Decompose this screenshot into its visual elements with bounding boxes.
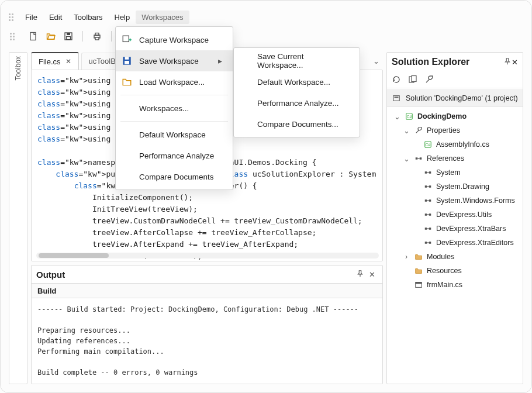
label: Default Workspace xyxy=(139,130,222,139)
save-icon[interactable] xyxy=(64,32,73,41)
h-scrollbar[interactable] xyxy=(36,253,379,258)
smi-save-current[interactable]: Save Current Workspace... xyxy=(234,50,360,71)
svg-rect-31 xyxy=(425,227,427,230)
output-title: Output xyxy=(36,270,354,280)
chevron-icon[interactable]: ⌄ xyxy=(393,112,401,121)
smi-compare[interactable]: Compare Documents... xyxy=(234,113,360,135)
label: Workspaces... xyxy=(139,104,222,113)
grip-icon xyxy=(10,33,15,40)
menu-file[interactable]: File xyxy=(19,11,43,24)
tree-label: DockingDemo xyxy=(417,112,467,120)
save-icon xyxy=(122,56,132,66)
form-icon xyxy=(414,280,423,289)
svg-rect-36 xyxy=(416,282,422,284)
svg-rect-25 xyxy=(425,185,427,188)
solution-tree: ⌄C#DockingDemo⌄PropertiesC#AssemblyInfo.… xyxy=(387,107,523,384)
menu-help[interactable]: Help xyxy=(109,11,136,24)
node-properties[interactable]: ⌄Properties xyxy=(389,123,520,137)
pin-icon[interactable] xyxy=(503,57,512,67)
output-subtab-build[interactable]: Build xyxy=(32,283,382,298)
mi-save-workspace[interactable]: Save Workspace ▸ xyxy=(116,50,233,71)
cs-icon: C# xyxy=(405,112,414,121)
cs-icon: C# xyxy=(423,140,433,149)
svg-rect-0 xyxy=(30,33,36,40)
mi-workspaces[interactable]: Workspaces... xyxy=(116,98,233,119)
node-ref-3[interactable]: DevExpress.Utils xyxy=(389,208,520,222)
smi-default[interactable]: Default Workspace... xyxy=(234,71,360,92)
grip-icon xyxy=(9,13,13,21)
properties-icon[interactable] xyxy=(424,75,434,84)
separator xyxy=(120,121,228,122)
node-frmmain[interactable]: frmMain.cs xyxy=(389,278,520,292)
mi-capture-workspace[interactable]: Capture Workspace xyxy=(116,29,233,50)
toolbox-label: Toolbox xyxy=(14,56,22,80)
close-icon[interactable]: ✕ xyxy=(512,58,518,67)
mi-performance-analyze[interactable]: Performance Analyze xyxy=(116,145,233,166)
ref-icon xyxy=(423,182,433,191)
node-ref-1[interactable]: System.Drawing xyxy=(389,180,520,194)
tab-label: File.cs xyxy=(39,57,61,66)
show-all-files-icon[interactable] xyxy=(408,75,417,84)
node-ref-5[interactable]: DevExpress.XtraEditors xyxy=(389,236,520,250)
workspaces-dropdown: Capture Workspace Save Workspace ▸ Load … xyxy=(115,26,233,190)
close-icon[interactable]: ✕ xyxy=(367,269,378,280)
solution-icon xyxy=(392,94,401,103)
node-assemblyinfo[interactable]: C#AssemblyInfo.cs xyxy=(389,137,520,151)
new-file-icon[interactable] xyxy=(29,32,38,41)
label: Save Workspace xyxy=(139,57,211,66)
solution-node[interactable]: Solution 'DockingDemo' (1 project) xyxy=(387,89,523,107)
open-folder-icon[interactable] xyxy=(46,32,56,41)
node-modules[interactable]: ›Modules xyxy=(389,250,520,264)
svg-rect-33 xyxy=(425,242,427,244)
mi-compare-documents[interactable]: Compare Documents xyxy=(116,166,233,187)
svg-rect-22 xyxy=(420,157,422,160)
mi-load-workspace[interactable]: Load Workspace... xyxy=(116,71,233,92)
output-body: ------ Build started: Project: DockingDe… xyxy=(32,298,382,384)
chevron-right-icon: ▸ xyxy=(218,56,222,66)
refresh-icon[interactable] xyxy=(392,75,401,84)
wrench-icon xyxy=(414,126,423,135)
svg-rect-16 xyxy=(395,96,399,98)
tree-label: Properties xyxy=(427,126,460,135)
label: Capture Workspace xyxy=(139,36,222,44)
folder-icon xyxy=(122,77,132,87)
menu-edit[interactable]: Edit xyxy=(43,11,68,24)
mi-default-workspace[interactable]: Default Workspace xyxy=(116,124,233,145)
chevron-icon[interactable]: › xyxy=(402,253,410,261)
toolbox-panel[interactable]: Toolbox xyxy=(9,52,27,384)
menu-workspaces[interactable]: Workspaces xyxy=(136,11,189,24)
svg-rect-28 xyxy=(429,199,431,202)
svg-rect-26 xyxy=(429,185,431,188)
close-icon[interactable]: ✕ xyxy=(65,57,71,66)
label: Compare Documents xyxy=(139,173,222,181)
node-ref-2[interactable]: System.Windows.Forms xyxy=(389,194,520,208)
menu-toolbars[interactable]: Toolbars xyxy=(68,11,108,24)
node-ref-0[interactable]: System xyxy=(389,166,520,180)
svg-rect-6 xyxy=(95,37,99,40)
h-scrollbar-thumb[interactable] xyxy=(39,253,109,258)
tab-file-cs[interactable]: File.cs ✕ xyxy=(31,52,79,70)
svg-text:C#: C# xyxy=(426,143,431,147)
tabs-overflow[interactable]: ⌄ xyxy=(369,56,383,67)
smi-perf[interactable]: Performance Analyze... xyxy=(234,92,360,113)
pin-icon[interactable] xyxy=(354,268,367,281)
svg-rect-5 xyxy=(95,33,99,36)
solution-label: Solution 'DockingDemo' (1 project) xyxy=(406,94,518,102)
tree-label: DevExpress.XtraEditors xyxy=(436,239,514,247)
chevron-icon[interactable]: ⌄ xyxy=(402,154,410,163)
svg-rect-27 xyxy=(425,199,427,202)
node-ref-4[interactable]: DevExpress.XtraBars xyxy=(389,222,520,236)
ref-icon xyxy=(423,168,433,177)
svg-rect-23 xyxy=(425,171,427,174)
node-project[interactable]: ⌄C#DockingDemo xyxy=(389,109,520,123)
capture-icon xyxy=(122,35,132,45)
ref-icon xyxy=(423,210,433,219)
tree-label: References xyxy=(427,154,464,163)
node-references[interactable]: ⌄References xyxy=(389,151,520,166)
print-icon[interactable] xyxy=(92,32,102,41)
chevron-icon[interactable]: ⌄ xyxy=(402,126,410,135)
svg-rect-30 xyxy=(429,213,431,216)
svg-rect-9 xyxy=(123,36,129,42)
node-resources[interactable]: Resources xyxy=(389,264,520,278)
svg-rect-14 xyxy=(412,76,416,82)
